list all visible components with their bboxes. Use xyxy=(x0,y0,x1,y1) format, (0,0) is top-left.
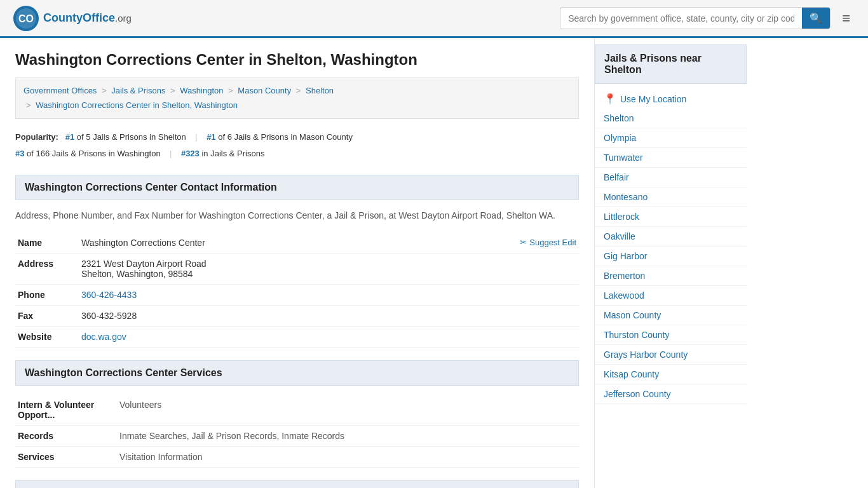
location-pin-icon: 📍 xyxy=(604,93,616,105)
sidebar-link-jefferson-county[interactable]: Jefferson County xyxy=(595,384,747,403)
logo-text: CountyOffice.org xyxy=(43,11,132,25)
list-item: Lakewood xyxy=(595,286,747,306)
service-value-1: Inmate Searches, Jail & Prison Records, … xyxy=(117,425,579,446)
name-value-cell: Washington Corrections Center ✂ Suggest … xyxy=(79,233,579,254)
breadcrumb: Government Offices > Jails & Prisons > W… xyxy=(15,78,579,119)
sidebar-link-shelton[interactable]: Shelton xyxy=(595,109,747,128)
website-label: Website xyxy=(15,326,79,347)
pop-suffix-2: of 6 Jails & Prisons in Mason County xyxy=(218,132,353,142)
name-label: Name xyxy=(15,233,79,254)
list-item: Belfair xyxy=(595,168,747,187)
sidebar-link-olympia[interactable]: Olympia xyxy=(595,128,747,147)
name-row: Washington Corrections Center ✂ Suggest … xyxy=(81,238,576,248)
table-row: Intern & Volunteer Opport... Volunteers xyxy=(15,395,579,426)
search-input[interactable] xyxy=(560,9,802,28)
service-label-1: Records xyxy=(15,425,117,446)
address-value-cell: 2321 West Dayton Airport Road Shelton, W… xyxy=(79,253,579,284)
address-line2: Shelton, Washington, 98584 xyxy=(81,269,576,279)
breadcrumb-link-washington[interactable]: Washington xyxy=(180,86,223,95)
pop-badge-1: #1 xyxy=(65,132,74,142)
services-section-header: Washington Corrections Center Services xyxy=(15,360,579,386)
sidebar-link-montesano[interactable]: Montesano xyxy=(595,187,747,207)
name-value: Washington Corrections Center xyxy=(81,238,205,248)
popularity-bar: Popularity: #1 of 5 Jails & Prisons in S… xyxy=(15,129,579,162)
sidebar-link-gig-harbor[interactable]: Gig Harbor xyxy=(595,247,747,266)
sidebar-link-kitsap-county[interactable]: Kitsap County xyxy=(595,365,747,384)
sidebar-title-line2: Shelton xyxy=(604,64,642,75)
table-row: Phone 360-426-4433 xyxy=(15,284,579,305)
service-value-0: Volunteers xyxy=(117,395,579,426)
website-link[interactable]: doc.wa.gov xyxy=(81,332,126,342)
website-value-cell: doc.wa.gov xyxy=(79,326,579,347)
header-right: 🔍 ≡ xyxy=(560,7,855,29)
breadcrumb-link-jails[interactable]: Jails & Prisons xyxy=(111,86,165,95)
phone-link[interactable]: 360-426-4433 xyxy=(81,290,137,300)
sidebar-link-lakewood[interactable]: Lakewood xyxy=(595,286,747,305)
sidebar-link-littlerock[interactable]: Littlerock xyxy=(595,207,747,226)
sidebar-link-mason-county[interactable]: Mason County xyxy=(595,306,747,325)
use-location-link[interactable]: Use My Location xyxy=(620,94,686,104)
list-item: Thurston County xyxy=(595,325,747,345)
list-item: Littlerock xyxy=(595,207,747,227)
sidebar-link-grays-harbor-county[interactable]: Grays Harbor County xyxy=(595,345,747,364)
address-label: Address xyxy=(15,253,79,284)
list-item: Oakville xyxy=(595,227,747,247)
breadcrumb-link-gov-offices[interactable]: Government Offices xyxy=(24,86,97,95)
list-item: Tumwater xyxy=(595,148,747,168)
sidebar-link-oakville[interactable]: Oakville xyxy=(595,227,747,246)
breadcrumb-sep-4: > xyxy=(296,86,301,95)
menu-button[interactable]: ≡ xyxy=(837,8,855,29)
popularity-label: Popularity: xyxy=(15,132,58,142)
service-label-0: Intern & Volunteer Opport... xyxy=(15,395,117,426)
list-item: Grays Harbor County xyxy=(595,345,747,365)
breadcrumb-sep-5: > xyxy=(26,100,31,110)
sidebar-header: Jails & Prisons near Shelton xyxy=(595,44,747,84)
sidebar-link-belfair[interactable]: Belfair xyxy=(595,168,747,187)
contact-section-header: Washington Corrections Center Contact In… xyxy=(15,175,579,200)
fax-label: Fax xyxy=(15,305,79,326)
page-title: Washington Corrections Center in Shelton… xyxy=(15,51,579,69)
list-item: Mason County xyxy=(595,306,747,325)
logo[interactable]: CO CountyOffice.org xyxy=(13,5,132,32)
contact-description: Address, Phone Number, and Fax Number fo… xyxy=(15,209,579,222)
table-row: Address 2321 West Dayton Airport Road Sh… xyxy=(15,253,579,284)
sidebar-link-thurston-county[interactable]: Thurston County xyxy=(595,325,747,344)
sidebar-link-bremerton[interactable]: Bremerton xyxy=(595,266,747,285)
pop-badge-4: #323 xyxy=(181,149,200,158)
main-content: Washington Corrections Center in Shelton… xyxy=(0,38,594,488)
breadcrumb-link-current[interactable]: Washington Corrections Center in Shelton… xyxy=(36,100,238,110)
fax-value: 360-432-5928 xyxy=(79,305,579,326)
list-item: Bremerton xyxy=(595,266,747,286)
search-button[interactable]: 🔍 xyxy=(802,8,830,29)
address-line1: 2321 West Dayton Airport Road xyxy=(81,259,576,269)
sidebar-links-list: Shelton Olympia Tumwater Belfair Montesa… xyxy=(595,109,747,404)
edit-icon: ✂ xyxy=(520,238,527,247)
suggest-edit-label: Suggest Edit xyxy=(529,238,576,247)
site-header: CO CountyOffice.org 🔍 ≡ xyxy=(0,0,868,38)
breadcrumb-sep-3: > xyxy=(228,86,233,95)
breadcrumb-link-shelton[interactable]: Shelton xyxy=(306,86,334,95)
table-row: Name Washington Corrections Center ✂ Sug… xyxy=(15,233,579,254)
sidebar: Jails & Prisons near Shelton 📍 Use My Lo… xyxy=(594,38,747,488)
phone-value-cell: 360-426-4433 xyxy=(79,284,579,305)
list-item: Montesano xyxy=(595,187,747,207)
breadcrumb-link-mason-county[interactable]: Mason County xyxy=(238,86,291,95)
table-row: Fax 360-432-5928 xyxy=(15,305,579,326)
pop-badge-2: #1 xyxy=(207,132,215,142)
details-section-header: Washington Corrections Center Details xyxy=(15,480,579,488)
suggest-edit-link[interactable]: ✂ Suggest Edit xyxy=(520,238,576,247)
table-row: Services Visitation Information xyxy=(15,446,579,467)
list-item: Kitsap County xyxy=(595,365,747,384)
list-item: Jefferson County xyxy=(595,384,747,404)
service-value-2: Visitation Information xyxy=(117,446,579,467)
hamburger-icon: ≡ xyxy=(842,10,850,26)
page-container: Washington Corrections Center in Shelton… xyxy=(0,38,868,488)
phone-label: Phone xyxy=(15,284,79,305)
pop-suffix-3: of 166 Jails & Prisons in Washington xyxy=(27,149,161,158)
list-item: Gig Harbor xyxy=(595,247,747,266)
pop-badge-3: #3 xyxy=(15,149,24,158)
sidebar-link-tumwater[interactable]: Tumwater xyxy=(595,148,747,167)
search-bar: 🔍 xyxy=(560,7,831,29)
table-row: Records Inmate Searches, Jail & Prison R… xyxy=(15,425,579,446)
logo-icon: CO xyxy=(13,5,39,32)
